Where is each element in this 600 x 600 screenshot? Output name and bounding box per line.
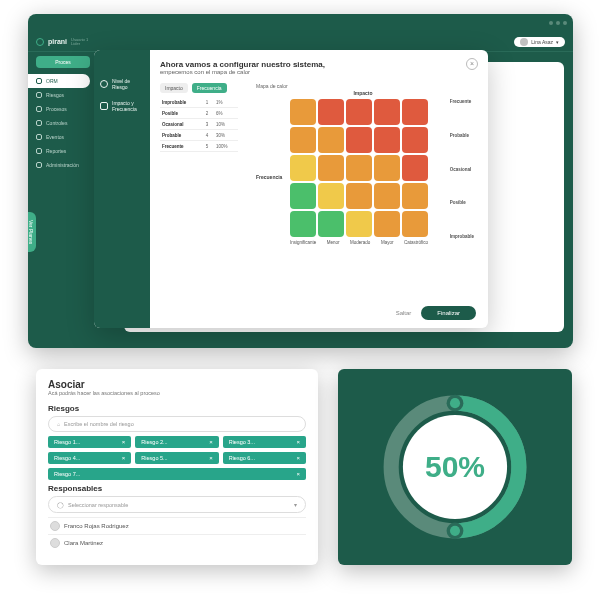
user-icon: ◯ bbox=[57, 502, 64, 508]
modal-step-impacto-frecuencia[interactable]: Impacto y Frecuencia bbox=[100, 100, 144, 112]
skip-button[interactable]: Saltar bbox=[396, 310, 412, 316]
modal-step-nivel-riesgo[interactable]: Nivel de Riesgo bbox=[100, 78, 144, 90]
axis-tick-label: Mayor bbox=[381, 240, 394, 245]
tab-frecuencia[interactable]: Frecuencia bbox=[192, 83, 227, 93]
heatmap-cell bbox=[290, 99, 316, 125]
nav-icon bbox=[36, 134, 42, 140]
axis-tick-label: Probable bbox=[450, 133, 474, 138]
asociar-card: Asociar Acá podrás hacer las asociacione… bbox=[36, 369, 318, 565]
table-row: Probable430% bbox=[160, 130, 238, 141]
close-icon[interactable]: × bbox=[209, 439, 213, 445]
chip-label: Riesgo 5... bbox=[141, 455, 167, 461]
heatmap-cell bbox=[402, 211, 428, 237]
risk-chip[interactable]: Riesgo 7...× bbox=[48, 468, 306, 480]
close-icon[interactable]: × bbox=[122, 439, 126, 445]
heatmap-cell bbox=[374, 127, 400, 153]
close-icon[interactable]: × bbox=[296, 439, 300, 445]
heatmap-cell bbox=[374, 183, 400, 209]
heatmap-cell bbox=[346, 99, 372, 125]
sidebar-item-label: ORM bbox=[46, 78, 58, 84]
risk-chip[interactable]: Riesgo 6...× bbox=[223, 452, 306, 464]
chip-label: Riesgo 4... bbox=[54, 455, 80, 461]
window-control-dot[interactable] bbox=[556, 21, 560, 25]
heatmap-cell bbox=[402, 127, 428, 153]
heatmap-x-axis-title: Impacto bbox=[353, 90, 372, 96]
heatmap-cell bbox=[290, 183, 316, 209]
sidebar-item-label: Procesos bbox=[46, 106, 67, 112]
heatmap-cell bbox=[374, 155, 400, 181]
sidebar-item[interactable]: Reportes bbox=[28, 144, 98, 158]
vertical-pill[interactable]: Ver Planes bbox=[28, 212, 36, 252]
heatmap-cell bbox=[346, 127, 372, 153]
app-header: pirani Usuario 1 Lider Lina Asaz ▾ bbox=[28, 32, 573, 52]
heatmap-cell bbox=[374, 211, 400, 237]
gauge-card: 50% bbox=[338, 369, 572, 565]
nav-icon bbox=[36, 120, 42, 126]
axis-tick-label: Moderado bbox=[350, 240, 370, 245]
risk-chip[interactable]: Riesgo 4...× bbox=[48, 452, 131, 464]
sidebar-item-label: Reportes bbox=[46, 148, 66, 154]
responsables-select[interactable]: ◯ Seleccionar responsable ▾ bbox=[48, 496, 306, 513]
chip-label: Riesgo 3... bbox=[229, 439, 255, 445]
chip-label: Riesgo 2... bbox=[141, 439, 167, 445]
risk-chip[interactable]: Riesgo 2...× bbox=[135, 436, 218, 448]
heatmap-cell bbox=[402, 183, 428, 209]
responsables-label: Responsables bbox=[48, 484, 306, 493]
heatmap-title: Mapa de calor bbox=[256, 83, 474, 89]
nav-icon bbox=[36, 92, 42, 98]
heatmap-cell bbox=[318, 183, 344, 209]
app-window: pirani Usuario 1 Lider Lina Asaz ▾ Proce… bbox=[28, 14, 573, 348]
list-item[interactable]: Clara Martinez bbox=[48, 534, 306, 551]
heatmap-cell bbox=[346, 183, 372, 209]
close-icon[interactable]: × bbox=[296, 471, 300, 477]
avatar-icon bbox=[50, 538, 60, 548]
sidebar-item-label: Eventos bbox=[46, 134, 64, 140]
tab-impacto[interactable]: Impacto bbox=[160, 83, 188, 93]
table-row: Improbable11% bbox=[160, 97, 238, 108]
sidebar-item-label: Controles bbox=[46, 120, 67, 126]
sidebar-item-label: Administración bbox=[46, 162, 79, 168]
gauge-value: 50% bbox=[425, 450, 485, 484]
modal-subtitle: empecemos con el mapa de calor bbox=[160, 69, 474, 75]
window-control-dot[interactable] bbox=[563, 21, 567, 25]
sidebar-item[interactable]: Eventos bbox=[28, 130, 98, 144]
risk-chip[interactable]: Riesgo 3...× bbox=[223, 436, 306, 448]
riesgos-input[interactable]: ⌕ Escribe el nombre del riesgo bbox=[48, 416, 306, 432]
heatmap-cell bbox=[290, 211, 316, 237]
list-item[interactable]: Franco Rojas Rodriguez bbox=[48, 517, 306, 534]
responsable-name: Franco Rojas Rodriguez bbox=[64, 523, 129, 529]
nav-icon bbox=[36, 106, 42, 112]
risk-chip[interactable]: Riesgo 1...× bbox=[48, 436, 131, 448]
user-menu[interactable]: Lina Asaz ▾ bbox=[514, 37, 565, 47]
close-icon[interactable]: × bbox=[209, 455, 213, 461]
modal-step-label: Nivel de Riesgo bbox=[112, 78, 144, 90]
responsables-list: Franco Rojas RodriguezClara Martinez bbox=[48, 517, 306, 551]
riesgos-placeholder: Escribe el nombre del riesgo bbox=[64, 421, 134, 427]
table-row: Posible26% bbox=[160, 108, 238, 119]
grid-icon bbox=[100, 102, 108, 110]
chevron-down-icon: ▾ bbox=[294, 501, 297, 508]
axis-tick-label: Posible bbox=[450, 200, 474, 205]
close-icon[interactable]: × bbox=[122, 455, 126, 461]
sidebar-item[interactable]: Controles bbox=[28, 116, 98, 130]
chip-label: Riesgo 6... bbox=[229, 455, 255, 461]
close-icon[interactable]: × bbox=[466, 58, 478, 70]
close-icon[interactable]: × bbox=[296, 455, 300, 461]
sidebar-primary-button[interactable]: Proces bbox=[36, 56, 90, 68]
finish-button[interactable]: Finalizar bbox=[421, 306, 476, 320]
logo-icon bbox=[36, 38, 44, 46]
sidebar-item[interactable]: Administración bbox=[28, 158, 98, 172]
config-modal: Nivel de Riesgo Impacto y Frecuencia × A… bbox=[94, 50, 488, 328]
heatmap-cell bbox=[346, 211, 372, 237]
sidebar-item[interactable]: Riesgos bbox=[28, 88, 98, 102]
modal-title: Ahora vamos a configurar nuestro sistema… bbox=[160, 60, 474, 69]
risk-chip[interactable]: Riesgo 5...× bbox=[135, 452, 218, 464]
heatmap-y-axis-title: Frecuencia bbox=[256, 174, 282, 180]
sidebar-item[interactable]: ORM bbox=[28, 74, 90, 88]
asociar-subtitle: Acá podrás hacer las asociaciones al pro… bbox=[48, 390, 306, 396]
nav-icon bbox=[36, 148, 42, 154]
modal-sidebar: Nivel de Riesgo Impacto y Frecuencia bbox=[94, 50, 150, 328]
sidebar-item[interactable]: Procesos bbox=[28, 102, 98, 116]
window-control-dot[interactable] bbox=[549, 21, 553, 25]
chevron-down-icon: ▾ bbox=[556, 39, 559, 45]
